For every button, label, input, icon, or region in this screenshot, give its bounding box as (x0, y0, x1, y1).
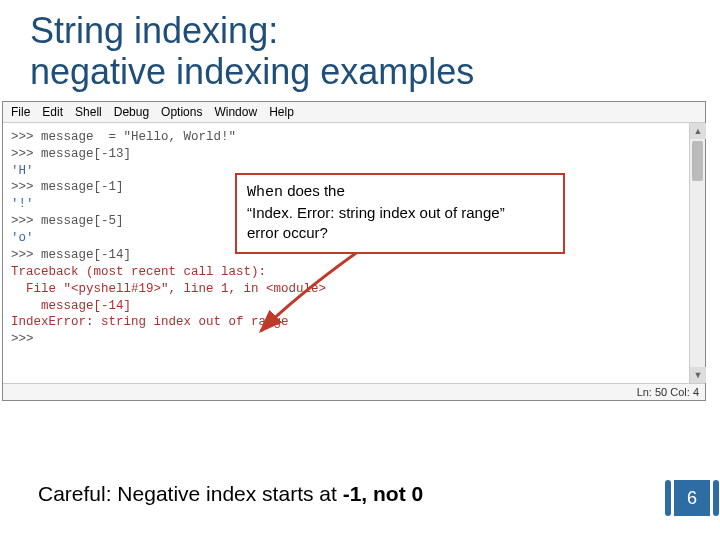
vertical-scrollbar[interactable]: ▲ ▼ (689, 123, 705, 383)
callout-rest1: does the (283, 182, 345, 199)
menu-window[interactable]: Window (214, 105, 257, 119)
menu-options[interactable]: Options (161, 105, 202, 119)
page-number: 6 (687, 488, 697, 509)
menu-help[interactable]: Help (269, 105, 294, 119)
code-line: >>> message = "Hello, World!" (11, 129, 681, 146)
menu-debug[interactable]: Debug (114, 105, 149, 119)
status-bar: Ln: 50 Col: 4 (3, 383, 705, 400)
callout-line2: “Index. Error: string index out of range… (247, 204, 505, 221)
footer-note: Careful: Negative index starts at -1, no… (38, 482, 423, 506)
code-line: IndexError: string index out of range (11, 314, 681, 331)
code-line: >>> (11, 331, 681, 348)
callout-box: When does the “Index. Error: string inde… (235, 173, 565, 254)
slide-title: String indexing: negative indexing examp… (0, 0, 720, 97)
menu-file[interactable]: File (11, 105, 30, 119)
scroll-up-icon[interactable]: ▲ (690, 123, 706, 139)
code-line: message[-14] (11, 298, 681, 315)
title-line-1: String indexing: (30, 10, 278, 51)
idle-shell-window: File Edit Shell Debug Options Window Hel… (2, 101, 706, 401)
menu-shell[interactable]: Shell (75, 105, 102, 119)
scroll-thumb[interactable] (692, 141, 703, 181)
code-line: Traceback (most recent call last): (11, 264, 681, 281)
cursor-position: Ln: 50 Col: 4 (637, 386, 699, 398)
menu-edit[interactable]: Edit (42, 105, 63, 119)
page-number-badge: 6 (674, 480, 710, 516)
code-line: >>> message[-13] (11, 146, 681, 163)
title-line-2: negative indexing examples (30, 51, 474, 92)
footer-note-text: Careful: Negative index starts at (38, 482, 343, 505)
scroll-down-icon[interactable]: ▼ (690, 367, 706, 383)
editor-area: >>> message = "Hello, World!">>> message… (3, 123, 705, 383)
callout-when: When (247, 184, 283, 201)
footer-note-bold: -1, not 0 (343, 482, 424, 505)
code-line: File "<pyshell#19>", line 1, in <module> (11, 281, 681, 298)
menubar: File Edit Shell Debug Options Window Hel… (3, 102, 705, 123)
callout-line3: error occur? (247, 224, 328, 241)
